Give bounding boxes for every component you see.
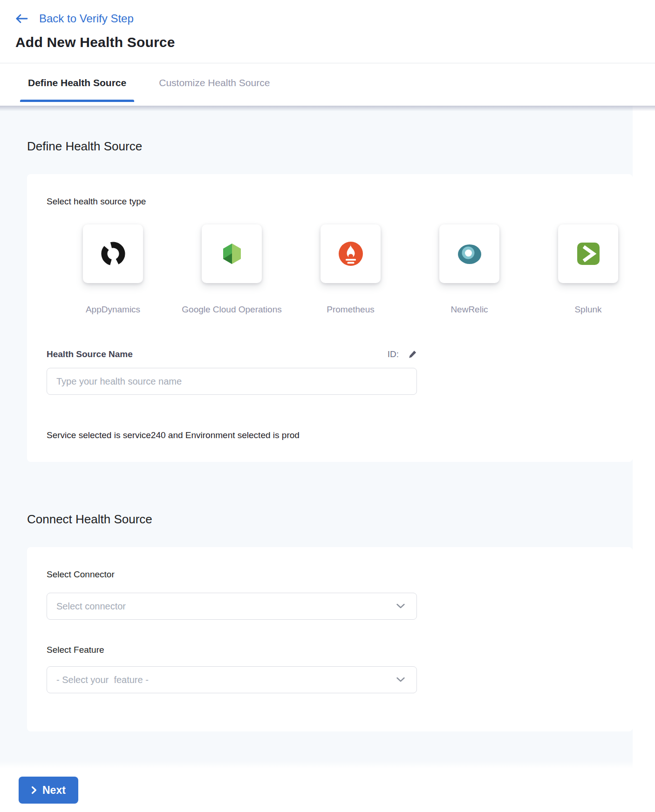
content-area: Define Health Source Select health sourc… bbox=[0, 106, 655, 812]
google-cloud-operations-icon bbox=[218, 240, 246, 268]
footer-bar: Next bbox=[0, 768, 655, 812]
newrelic-tile[interactable] bbox=[439, 224, 499, 283]
edit-id-button[interactable] bbox=[408, 350, 417, 359]
health-source-name-input[interactable] bbox=[47, 368, 417, 395]
type-label: Splunk bbox=[574, 304, 601, 315]
type-label: Google Cloud Operations bbox=[182, 304, 281, 315]
health-source-type-newrelic[interactable]: NewRelic bbox=[439, 224, 499, 315]
feature-select[interactable] bbox=[47, 666, 417, 693]
chevron-right-icon bbox=[31, 786, 37, 794]
prometheus-icon bbox=[337, 240, 365, 268]
type-label: Prometheus bbox=[327, 304, 374, 315]
back-to-verify-step-link[interactable]: Back to Verify Step bbox=[15, 12, 134, 25]
select-feature-label: Select Feature bbox=[47, 645, 613, 655]
add-health-source-page: Back to Verify Step Add New Health Sourc… bbox=[0, 0, 655, 812]
next-button[interactable]: Next bbox=[19, 777, 78, 804]
select-health-source-type-label: Select health source type bbox=[47, 196, 613, 207]
edit-pencil-icon bbox=[408, 350, 417, 359]
google-cloud-operations-tile[interactable] bbox=[202, 224, 262, 283]
define-health-source-heading: Define Health Source bbox=[27, 139, 633, 154]
id-label: ID: bbox=[388, 349, 399, 359]
splunk-icon bbox=[574, 240, 602, 268]
arrow-left-icon bbox=[15, 14, 28, 24]
id-edit-wrap: ID: bbox=[388, 349, 417, 359]
connect-health-source-heading: Connect Health Source bbox=[27, 512, 633, 527]
page-title: Add New Health Source bbox=[15, 34, 655, 50]
tab-define-health-source[interactable]: Define Health Source bbox=[20, 63, 134, 102]
appdynamics-icon bbox=[99, 240, 127, 268]
tabbar-shadow bbox=[0, 106, 655, 111]
footer-fade bbox=[0, 761, 655, 768]
health-source-type-google-cloud-operations[interactable]: Google Cloud Operations bbox=[202, 224, 262, 315]
newrelic-icon bbox=[456, 240, 484, 268]
health-source-name-row: Health Source Name ID: bbox=[47, 349, 417, 359]
right-margin-strip bbox=[633, 106, 655, 812]
type-label: AppDynamics bbox=[86, 304, 140, 315]
health-source-type-splunk[interactable]: Splunk bbox=[558, 224, 618, 315]
health-source-name-label: Health Source Name bbox=[47, 349, 133, 359]
page-header: Back to Verify Step Add New Health Sourc… bbox=[0, 0, 655, 50]
tab-customize-health-source[interactable]: Customize Health Source bbox=[151, 63, 278, 102]
health-source-type-appdynamics[interactable]: AppDynamics bbox=[83, 224, 143, 315]
tab-bar: Define Health Source Customize Health So… bbox=[0, 63, 655, 102]
service-environment-note: Service selected is service240 and Envir… bbox=[47, 430, 613, 440]
next-button-label: Next bbox=[42, 784, 66, 797]
feature-select-wrap bbox=[47, 666, 417, 693]
prometheus-tile[interactable] bbox=[321, 224, 381, 283]
connect-health-source-card: Select Connector Select Feature bbox=[27, 547, 633, 731]
select-connector-label: Select Connector bbox=[47, 569, 115, 579]
define-health-source-card: Select health source type AppDynamics bbox=[27, 174, 633, 462]
connector-select-wrap bbox=[47, 593, 417, 620]
back-link-label: Back to Verify Step bbox=[39, 12, 134, 25]
connector-select[interactable] bbox=[47, 593, 417, 620]
splunk-tile[interactable] bbox=[558, 224, 618, 283]
type-label: NewRelic bbox=[450, 304, 488, 315]
appdynamics-tile[interactable] bbox=[83, 224, 143, 283]
health-source-type-row: AppDynamics Google Cloud Operations bbox=[83, 224, 613, 315]
health-source-type-prometheus[interactable]: Prometheus bbox=[321, 224, 381, 315]
